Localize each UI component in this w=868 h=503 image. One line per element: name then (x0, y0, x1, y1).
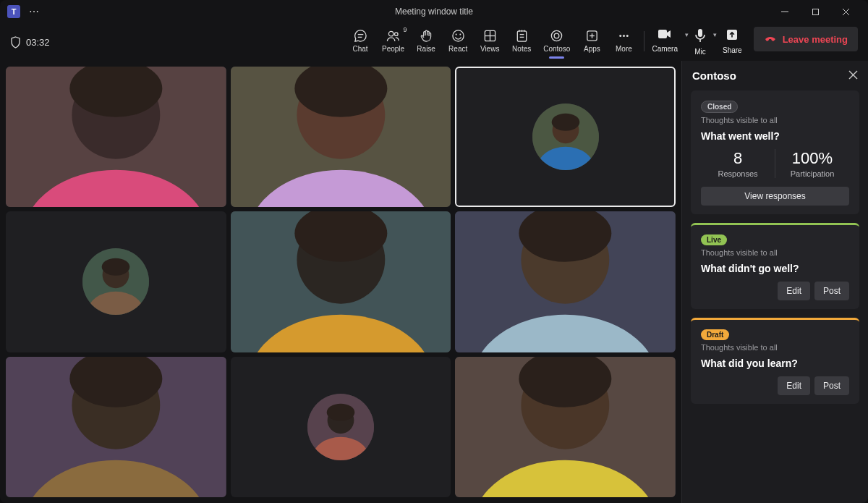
svg-point-7 (395, 32, 399, 35)
svg-point-20 (552, 30, 562, 41)
people-label: People (382, 45, 404, 53)
participant-avatar (82, 248, 149, 315)
timer-value: 03:32 (26, 37, 50, 48)
svg-point-51 (102, 258, 130, 276)
people-button[interactable]: 9 People (376, 27, 410, 54)
sidepanel-close-button[interactable] (848, 69, 858, 82)
video-tile[interactable] (455, 357, 676, 497)
view-responses-button[interactable]: View responses (701, 187, 849, 206)
raise-hand-button[interactable]: Raise (410, 27, 442, 54)
chat-button[interactable]: Chat (344, 27, 376, 54)
react-label: React (448, 45, 467, 53)
camera-icon (658, 28, 672, 43)
video-tile[interactable] (455, 211, 676, 352)
retro-card-closed: Closed Thoughts visible to all What went… (691, 90, 859, 214)
svg-point-10 (459, 33, 461, 35)
participation-stat: 100% Participation (775, 149, 849, 178)
apps-plus-icon (584, 28, 599, 43)
visibility-text: Thoughts visible to all (701, 343, 849, 352)
notes-icon (514, 28, 529, 43)
meeting-toolbar: 03:32 Chat 9 People Raise React (0, 23, 868, 61)
video-tile[interactable] (6, 211, 226, 352)
status-badge: Draft (701, 329, 729, 340)
sidepanel-header: Contoso (682, 61, 868, 90)
svg-rect-28 (658, 30, 667, 38)
camera-label: Camera (652, 45, 678, 53)
contoso-sidepanel: Contoso Closed Thoughts visible to all W… (681, 61, 868, 503)
video-tile[interactable] (231, 211, 451, 352)
retro-card-draft: Draft Thoughts visible to all What did y… (691, 318, 859, 404)
status-badge: Closed (701, 101, 738, 113)
video-tile[interactable] (231, 67, 451, 207)
mic-toggle[interactable]: Mic ▾ (692, 27, 720, 57)
mic-icon (694, 28, 706, 46)
share-label: Share (723, 46, 742, 54)
retro-card-live: Live Thoughts visible to all What didn't… (691, 223, 859, 309)
notes-button[interactable]: Notes (506, 27, 537, 54)
window-close-button[interactable] (830, 1, 861, 22)
svg-rect-1 (812, 9, 818, 14)
video-tile[interactable] (6, 357, 226, 497)
mic-label: Mic (694, 48, 706, 56)
window-maximize-button[interactable] (800, 1, 830, 22)
toolbar-separator (644, 31, 644, 51)
more-label: More (616, 45, 632, 53)
visibility-text: Thoughts visible to all (701, 116, 849, 124)
meeting-timer: 03:32 (10, 36, 50, 48)
leave-meeting-button[interactable]: Leave meeting (754, 27, 858, 51)
contoso-app-button[interactable]: Contoso (537, 27, 576, 54)
svg-point-8 (453, 30, 464, 41)
video-tile[interactable] (231, 357, 451, 497)
emoji-icon (451, 28, 465, 43)
chat-icon (353, 28, 367, 43)
apps-button[interactable]: Apps (576, 27, 608, 54)
svg-rect-14 (517, 30, 526, 41)
svg-point-21 (554, 33, 559, 38)
card-question: What did you learn? (701, 358, 849, 369)
edit-button[interactable]: Edit (778, 376, 810, 395)
svg-point-26 (623, 34, 625, 36)
more-horizontal-icon (616, 28, 631, 43)
people-count-badge: 9 (404, 26, 407, 33)
camera-chevron-icon[interactable]: ▾ (682, 31, 692, 38)
window-minimize-button[interactable] (770, 1, 800, 22)
notes-label: Notes (512, 45, 531, 53)
post-button[interactable]: Post (814, 282, 849, 300)
contoso-icon (550, 28, 564, 43)
card-question: What didn't go well? (701, 263, 849, 274)
window-title: Meeting window title (395, 7, 473, 17)
video-grid-area (0, 61, 681, 503)
camera-toggle[interactable]: Camera ▾ (649, 27, 692, 54)
svg-point-25 (619, 34, 621, 36)
svg-point-27 (626, 34, 629, 36)
card-question: What went well? (701, 130, 849, 142)
titlebar-more-icon[interactable]: ⋯ (29, 6, 41, 17)
visibility-text: Thoughts visible to all (701, 248, 849, 257)
video-tile[interactable] (455, 67, 676, 207)
svg-point-9 (455, 33, 456, 35)
responses-label: Responses (701, 169, 775, 178)
participant-avatar (532, 103, 599, 170)
teams-app-icon: T (7, 5, 20, 18)
status-badge: Live (701, 234, 727, 245)
participation-label: Participation (775, 169, 849, 178)
post-button[interactable]: Post (814, 376, 849, 395)
react-button[interactable]: React (442, 27, 474, 54)
apps-label: Apps (584, 45, 600, 53)
share-button[interactable]: Share (720, 27, 745, 56)
more-button[interactable]: More (608, 27, 639, 54)
participation-value: 100% (775, 149, 849, 168)
people-icon: 9 (386, 28, 401, 43)
participant-avatar (307, 394, 374, 460)
responses-stat: 8 Responses (701, 149, 775, 178)
edit-button[interactable]: Edit (778, 282, 810, 300)
hand-icon (419, 28, 433, 43)
leave-label: Leave meeting (783, 34, 848, 45)
sidepanel-title: Contoso (692, 69, 736, 82)
share-up-icon (726, 28, 739, 44)
views-label: Views (480, 45, 500, 53)
svg-point-46 (551, 114, 579, 131)
views-button[interactable]: Views (474, 27, 506, 54)
video-tile[interactable] (6, 67, 226, 207)
mic-chevron-icon[interactable]: ▾ (710, 31, 720, 38)
